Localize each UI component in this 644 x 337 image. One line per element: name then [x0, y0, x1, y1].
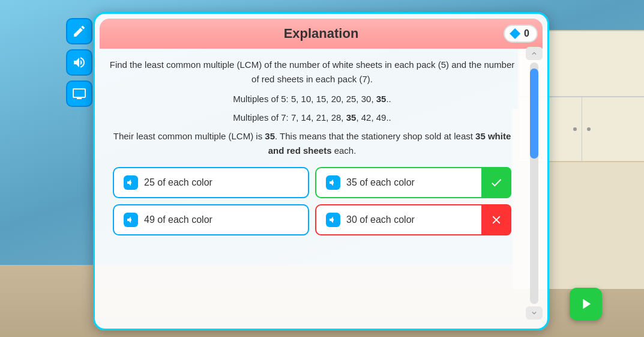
checkmark-icon: [490, 176, 503, 189]
answer-30-label: 30 of each color: [346, 214, 415, 225]
pencil-button[interactable]: [66, 18, 92, 44]
cabinet-knob: [573, 127, 577, 131]
score-value: 0: [524, 28, 529, 39]
audio-icon-25: [126, 178, 136, 187]
answer-25[interactable]: 25 of each color: [113, 167, 309, 198]
cabinet-knob-2: [587, 127, 591, 131]
pencil-icon: [72, 24, 86, 38]
multiples5-bold: 35: [376, 94, 387, 104]
answer-grid: 25 of each color 35 of each color 49 of …: [107, 167, 517, 235]
lcm-paragraph: Their least common multiple (LCM) is 35.…: [107, 129, 517, 158]
audio-icon-30: [328, 215, 338, 225]
multiples-5-text: Multiples of 5: 5, 10, 15, 20, 25, 30, 3…: [107, 93, 517, 106]
lcm-prefix: Their least common multiple (LCM) is: [113, 131, 265, 141]
answer-25-label: 25 of each color: [144, 177, 212, 188]
x-icon: [490, 213, 503, 226]
next-button[interactable]: [570, 288, 602, 320]
incorrect-badge: [481, 204, 511, 235]
answer-49-label: 49 of each color: [144, 214, 212, 225]
dialog-content: Find the least common multiple (LCM) of …: [95, 49, 547, 329]
answer-35[interactable]: 35 of each color: [315, 167, 511, 198]
dialog-title: Explanation: [284, 26, 359, 41]
explanation-dialog: Explanation 0 Find the least common mult…: [93, 12, 549, 330]
multiples5-suffix: ..: [386, 94, 391, 104]
answer-30-audio-icon[interactable]: [326, 213, 340, 227]
diamond-icon: [510, 28, 520, 39]
score-badge: 0: [504, 25, 538, 43]
tv-icon: [72, 87, 86, 101]
multiples7-prefix: Multiples of 7: 7, 14, 21, 28,: [233, 112, 346, 123]
audio-icon-49: [126, 215, 136, 225]
answer-35-audio-icon[interactable]: [326, 175, 340, 190]
multiples7-bold: 35: [346, 112, 357, 123]
side-toolbar: [66, 18, 92, 107]
dialog-header: Explanation 0: [100, 19, 543, 49]
multiples5-prefix: Multiples of 5: 5, 10, 15, 20, 25, 30,: [233, 94, 376, 104]
answer-25-audio-icon[interactable]: [124, 175, 138, 190]
explanation-paragraph: Find the least common multiple (LCM) of …: [107, 58, 517, 87]
lcm-mid: . This means that the stationery shop so…: [275, 131, 475, 141]
answer-49[interactable]: 49 of each color: [113, 204, 309, 235]
play-icon: [577, 296, 594, 312]
audio-button[interactable]: [66, 49, 92, 76]
cabinet-door-right: [582, 97, 645, 161]
audio-icon-35: [328, 178, 338, 187]
multiples7-suffix: , 42, 49..: [356, 112, 391, 123]
answer-35-label: 35 of each color: [346, 177, 415, 188]
answer-30[interactable]: 30 of each color: [315, 204, 511, 235]
correct-badge: [481, 167, 511, 198]
lcm-bold: 35: [265, 131, 275, 141]
audio-icon: [72, 55, 86, 70]
lcm-suffix: each.: [332, 145, 357, 156]
answer-49-audio-icon[interactable]: [124, 213, 138, 227]
tv-button[interactable]: [66, 80, 92, 107]
multiples-7-text: Multiples of 7: 7, 14, 21, 28, 35, 42, 4…: [107, 111, 517, 125]
